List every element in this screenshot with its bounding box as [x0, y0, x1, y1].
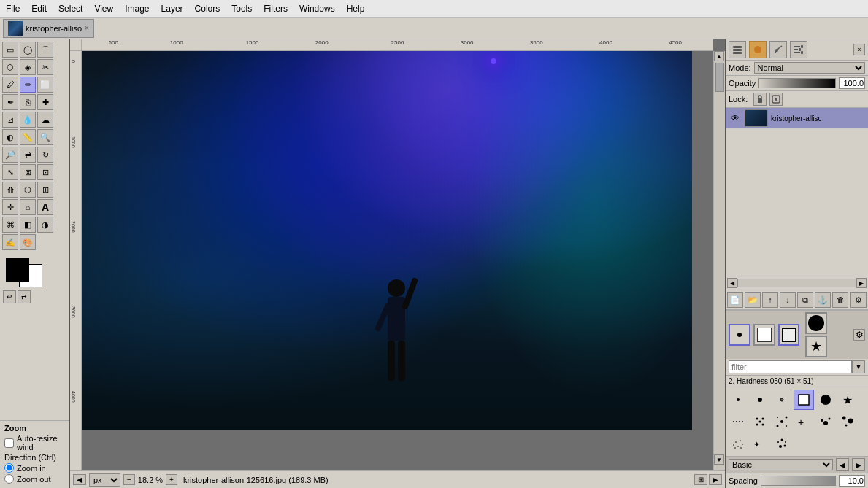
- layer-visibility-eye[interactable]: 👁: [729, 112, 742, 125]
- scroll-v-thumb[interactable]: [715, 63, 724, 92]
- tool-heal[interactable]: ✚: [37, 94, 53, 110]
- tool-paintbrush[interactable]: ✏: [20, 77, 36, 93]
- tool-text[interactable]: A: [37, 199, 53, 215]
- tool-scissors[interactable]: ✂: [37, 59, 53, 75]
- lock-pixels-btn[interactable]: [753, 93, 767, 106]
- brush-item-8[interactable]: [750, 411, 770, 432]
- layers-scroll-track[interactable]: [737, 279, 856, 287]
- right-panel-close[interactable]: ×: [853, 44, 865, 55]
- layer-raise-btn[interactable]: ↑: [762, 292, 778, 308]
- menu-item-image[interactable]: Image: [119, 2, 155, 15]
- right-icon-layers[interactable]: [729, 41, 746, 58]
- menu-item-select[interactable]: Select: [53, 2, 88, 15]
- brush-item-5[interactable]: [815, 390, 836, 410]
- menu-item-file[interactable]: File: [0, 2, 26, 15]
- tool-mybrush[interactable]: 🎨: [20, 234, 36, 250]
- status-nav-left[interactable]: ◀: [73, 474, 86, 485]
- tool-bucket[interactable]: ◧: [20, 217, 36, 233]
- zoom-out-status[interactable]: −: [123, 474, 135, 485]
- tool-smudge[interactable]: ☁: [37, 112, 53, 128]
- mode-select[interactable]: Normal Multiply Screen Overlay: [754, 62, 865, 74]
- tool-blur[interactable]: 💧: [20, 112, 36, 128]
- brush-item-11[interactable]: [815, 411, 836, 432]
- right-icon-dynamics[interactable]: [769, 41, 787, 58]
- tool-rectangle-select[interactable]: ▭: [2, 42, 18, 58]
- tool-pencil[interactable]: ✒: [2, 94, 18, 110]
- spacing-value[interactable]: [839, 475, 865, 487]
- scroll-v-down[interactable]: ▼: [714, 454, 724, 465]
- menu-item-layer[interactable]: Layer: [155, 2, 189, 15]
- filter-dropdown[interactable]: ▼: [852, 360, 865, 373]
- brush-item-2[interactable]: [750, 390, 770, 410]
- unit-select[interactable]: px mm in: [89, 473, 120, 487]
- brush-preset-circle[interactable]: [729, 324, 750, 346]
- menu-item-windows[interactable]: Windows: [293, 2, 341, 15]
- brush-item-12[interactable]: [837, 411, 858, 432]
- menu-item-edit[interactable]: Edit: [26, 2, 53, 15]
- brush-item-3[interactable]: [772, 390, 792, 410]
- tool-blend[interactable]: ◑: [37, 217, 53, 233]
- tool-eraser[interactable]: ⬜: [37, 77, 53, 93]
- right-icon-tool-options[interactable]: [790, 41, 807, 58]
- tool-zoom[interactable]: 🔎: [2, 147, 18, 163]
- zoom-in-radio[interactable]: [4, 463, 14, 473]
- tool-ink[interactable]: ✍: [2, 234, 18, 250]
- brush-item-1[interactable]: [728, 390, 748, 410]
- tool-dodge-burn[interactable]: ◐: [2, 129, 18, 145]
- brush-item-9[interactable]: [772, 411, 792, 432]
- right-icon-brush[interactable]: [749, 41, 767, 58]
- tool-measure[interactable]: 📏: [20, 129, 36, 145]
- layer-delete-btn[interactable]: 🗑: [832, 292, 848, 308]
- tool-rotate[interactable]: ↻: [37, 147, 53, 163]
- brushes-config-btn[interactable]: ⚙: [853, 329, 865, 341]
- tool-free-select[interactable]: ⌒: [37, 42, 53, 58]
- layer-lower-btn[interactable]: ↓: [780, 292, 796, 308]
- tool-select-by-color[interactable]: ◈: [20, 59, 36, 75]
- layer-config-btn[interactable]: ⚙: [850, 292, 867, 308]
- spacing-slider[interactable]: [761, 476, 836, 486]
- tool-fuzzy-select[interactable]: ⬡: [2, 59, 18, 75]
- brush-preset-star[interactable]: ★: [805, 336, 827, 357]
- tool-crop[interactable]: ⌂: [20, 199, 36, 215]
- tool-shear[interactable]: ⊠: [20, 164, 36, 180]
- tool-color-picker[interactable]: 🔍: [37, 129, 53, 145]
- tool-perspective[interactable]: ⊡: [37, 164, 53, 180]
- brushes-next[interactable]: ▶: [852, 458, 865, 471]
- tool-ellipse-select[interactable]: ◯: [20, 42, 36, 58]
- brush-preset-square[interactable]: [753, 324, 775, 346]
- tool-move[interactable]: ✛: [2, 199, 18, 215]
- layer-duplicate-btn[interactable]: ⧉: [797, 292, 813, 308]
- brush-filter-input[interactable]: [729, 360, 852, 373]
- scroll-v-up[interactable]: ▲: [714, 51, 724, 61]
- tab-close-button[interactable]: ×: [85, 24, 89, 32]
- layer-anchor-btn[interactable]: ⚓: [815, 292, 831, 308]
- tool-flip[interactable]: ⇌: [20, 147, 36, 163]
- layer-open-btn[interactable]: 📂: [745, 292, 761, 308]
- canvas-scroll-vertical[interactable]: ▲ ▼: [713, 51, 725, 476]
- menu-item-colors[interactable]: Colors: [189, 2, 226, 15]
- image-tab[interactable]: kristopher-alliso ×: [3, 19, 94, 38]
- brush-preset-black-circle[interactable]: [805, 312, 827, 334]
- reset-colors-icon[interactable]: ↩: [3, 290, 16, 303]
- tool-clone[interactable]: ⎘: [20, 94, 36, 110]
- foreground-color[interactable]: [6, 258, 29, 282]
- menu-item-filters[interactable]: Filters: [258, 2, 293, 15]
- status-zoom-fit[interactable]: ⊞: [694, 474, 707, 485]
- auto-resize-checkbox[interactable]: [4, 438, 14, 448]
- tool-perspective-clone[interactable]: ⊿: [2, 112, 18, 128]
- brush-item-14[interactable]: ✦: [750, 433, 770, 454]
- lock-position-btn[interactable]: [769, 93, 783, 106]
- menu-item-view[interactable]: View: [88, 2, 119, 15]
- tool-warp[interactable]: ⌘: [2, 217, 18, 233]
- brush-item-15[interactable]: [772, 433, 792, 454]
- layer-row[interactable]: 👁 kristopher-allisc: [726, 108, 868, 129]
- layers-scroll-right[interactable]: ▶: [856, 278, 867, 288]
- tool-scale[interactable]: ⤡: [2, 164, 18, 180]
- layers-scroll-left[interactable]: ◀: [727, 278, 737, 288]
- layer-new-btn[interactable]: 📄: [727, 292, 743, 308]
- canvas-area[interactable]: [82, 51, 713, 476]
- status-nav-right[interactable]: ▶: [709, 474, 722, 485]
- brush-item-4-selected[interactable]: [794, 390, 814, 410]
- brushes-category-select[interactable]: Basic. Acrylic Calligraphic: [729, 459, 833, 470]
- tool-align[interactable]: ⊞: [37, 182, 53, 198]
